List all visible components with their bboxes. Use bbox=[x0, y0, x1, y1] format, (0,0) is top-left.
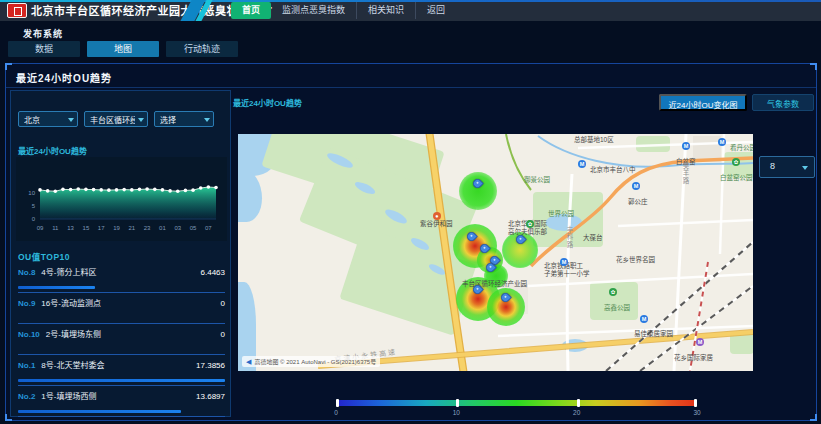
nav-tab[interactable]: 首页 bbox=[231, 2, 271, 19]
rank-site-label: 2号-填埋场东侧 bbox=[46, 330, 101, 339]
scale-tick-label: 20 bbox=[573, 409, 580, 416]
rank-value: 6.4463 bbox=[201, 268, 225, 277]
color-gradient-bar bbox=[336, 400, 697, 406]
panel-corner bbox=[810, 414, 817, 421]
map-attribution-text: 高德地图 © 2021 AutoNavi - GS(2021)6375号 bbox=[254, 357, 376, 366]
map-section-title: 最近24小时OU趋势 bbox=[233, 97, 302, 108]
rank-number: No.8 bbox=[18, 268, 35, 277]
svg-text:11: 11 bbox=[52, 225, 59, 231]
scale-tick-label: 30 bbox=[693, 409, 700, 416]
map-poi-label: 子弟第十一小学 bbox=[544, 270, 590, 277]
filter-value: 选择 bbox=[160, 114, 176, 125]
ranking-title: OU值TOP10 bbox=[18, 250, 70, 262]
rank-number: No.1 bbox=[18, 361, 35, 370]
rank-site-label: 4号-筛分上料区 bbox=[41, 268, 96, 277]
ranking-row: No.21号-填埋场西侧13.6897 bbox=[18, 386, 225, 417]
map-poi-label: 御景公园 bbox=[524, 176, 550, 183]
map-poi-icon: M bbox=[578, 160, 586, 168]
svg-text:15: 15 bbox=[83, 225, 90, 231]
nav-tab[interactable]: 监测点恶臭指数 bbox=[271, 2, 356, 19]
filter-value: 北京 bbox=[24, 114, 40, 125]
amap-logo-icon: ◀ bbox=[246, 358, 251, 366]
rank-site-label: 1号-填埋场西侧 bbox=[41, 392, 96, 401]
filter-dropdown[interactable]: 选择 bbox=[154, 111, 214, 127]
scale-tick-mark bbox=[336, 399, 339, 407]
ranking-list: No.84号-筛分上料区6.4463No.916号-流动监测点0No.102号-… bbox=[18, 262, 225, 417]
publish-system-label: 发布系统 bbox=[23, 27, 63, 40]
map-poi-icon: M bbox=[640, 315, 648, 323]
rank-number: No.9 bbox=[18, 299, 35, 308]
main-nav: 首页监测点恶臭指数相关知识返回 bbox=[231, 2, 456, 19]
map-poi-label: 北京市丰台八中 bbox=[590, 166, 636, 173]
app-logo-icon bbox=[7, 3, 27, 18]
hour-select-dropdown[interactable]: 8 bbox=[759, 156, 815, 178]
publish-tab[interactable]: 数据 bbox=[8, 41, 80, 57]
ranking-row: No.916号-流动监测点0 bbox=[18, 293, 225, 324]
ranking-row: No.18号-北天堂村委会17.3856 bbox=[18, 355, 225, 386]
chevron-down-icon bbox=[68, 118, 74, 122]
weather-params-button[interactable]: 气象参数 bbox=[752, 94, 814, 111]
ranking-row: No.84号-筛分上料区6.4463 bbox=[18, 262, 225, 293]
rank-site-label: 16号-流动监测点 bbox=[41, 299, 101, 308]
svg-text:01: 01 bbox=[159, 225, 166, 231]
map-poi-icon: ✿ bbox=[609, 288, 617, 296]
map-poi-icon: M bbox=[718, 138, 726, 146]
hour-select-value: 8 bbox=[770, 161, 775, 171]
svg-text:05: 05 bbox=[190, 225, 197, 231]
map-poi-label: 樊羊路 bbox=[682, 162, 689, 185]
map-poi-label: 花乡国际家居 bbox=[674, 354, 713, 361]
map-poi-icon: ● bbox=[433, 212, 441, 220]
filter-dropdown[interactable]: 北京 bbox=[18, 111, 78, 127]
map-poi-label: 郭公庄 bbox=[628, 198, 648, 205]
trend-chart-title: 最近24小时OU趋势 bbox=[18, 145, 87, 156]
map-poi-label: 丰科路 bbox=[566, 226, 573, 249]
map-poi-icon: M bbox=[632, 182, 640, 190]
ou-change-chart-button[interactable]: 近24小时OU变化图 bbox=[659, 94, 747, 111]
filter-dropdown[interactable]: 丰台区循环经济产 bbox=[84, 111, 148, 127]
scale-tick-mark bbox=[694, 399, 697, 407]
map-poi-icon: M bbox=[696, 338, 704, 346]
rank-progress-bar bbox=[18, 286, 95, 289]
map-poi-label: 大葆台 bbox=[583, 234, 603, 241]
map-poi-label: 世界公园 bbox=[548, 210, 574, 217]
panel-title: 最近24小时OU趋势 bbox=[16, 70, 112, 85]
map-poi-label: 丰台区循环经济产业园 bbox=[462, 280, 527, 287]
svg-text:23: 23 bbox=[144, 225, 151, 231]
heatmap-color-scale: 0102030 bbox=[336, 398, 697, 416]
publish-tab[interactable]: 行动轨迹 bbox=[166, 41, 238, 57]
rank-number: No.10 bbox=[18, 330, 40, 339]
map-poi-label: 白盆窑公园 bbox=[720, 174, 753, 181]
filter-row: 北京丰台区循环经济产选择 bbox=[18, 111, 214, 127]
map-poi-label: 易佳康居家园 bbox=[634, 330, 673, 337]
scale-tick-mark bbox=[577, 399, 580, 407]
publish-tabs: 数据地图行动轨迹 bbox=[8, 41, 238, 57]
map-poi-label: 看丹公园 bbox=[730, 144, 753, 151]
top-header-bar: 北京市丰台区循环经济产业园大气恶臭状况实时 首页监测点恶臭指数相关知识返回 bbox=[0, 0, 821, 21]
chevron-down-icon bbox=[802, 166, 808, 170]
scale-tick-label: 10 bbox=[453, 409, 460, 416]
chevron-down-icon bbox=[204, 118, 210, 122]
rank-value: 17.3856 bbox=[196, 361, 225, 370]
nav-tab[interactable]: 相关知识 bbox=[356, 2, 415, 19]
map-poi-label: 高鑫公园 bbox=[604, 304, 630, 311]
svg-text:19: 19 bbox=[113, 225, 120, 231]
nav-tab[interactable]: 返回 bbox=[415, 2, 456, 19]
scale-tick-mark bbox=[456, 399, 459, 407]
svg-text:03: 03 bbox=[174, 225, 181, 231]
rank-value: 0 bbox=[221, 299, 225, 308]
map-attribution: ◀ 高德地图 © 2021 AutoNavi - GS(2021)6375号 bbox=[242, 356, 380, 367]
ranking-row: No.102号-填埋场东侧0 bbox=[18, 324, 225, 355]
svg-text:09: 09 bbox=[37, 225, 44, 231]
map-canvas[interactable]: 御景公园看丹公园总部基地10区北京市丰台八中郭公庄白盆窑白盆窑公园世界公园大葆台… bbox=[238, 134, 753, 371]
map-poi-label: 紫谷伊和园 bbox=[420, 220, 453, 227]
svg-text:5: 5 bbox=[32, 203, 36, 209]
rank-value: 13.6897 bbox=[196, 392, 225, 401]
map-poi-icon: ✿ bbox=[526, 220, 534, 228]
svg-text:13: 13 bbox=[67, 225, 74, 231]
chevron-down-icon bbox=[138, 118, 144, 122]
svg-text:0: 0 bbox=[32, 216, 36, 222]
publish-tab[interactable]: 地图 bbox=[87, 41, 159, 57]
svg-text:21: 21 bbox=[128, 225, 135, 231]
svg-text:17: 17 bbox=[98, 225, 105, 231]
trend-chart: 0510091113151719212301030507 bbox=[16, 157, 227, 241]
